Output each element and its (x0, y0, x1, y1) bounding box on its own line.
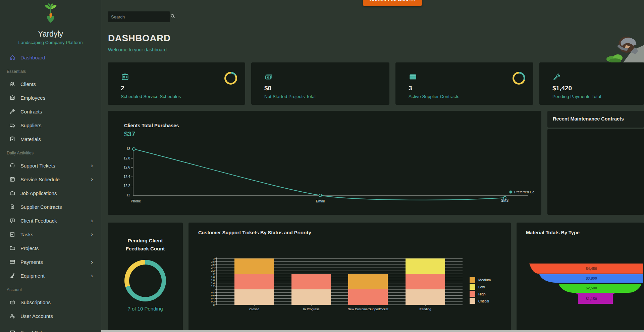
app-logo-icon (38, 3, 64, 26)
svg-text:Phone: Phone (131, 199, 141, 203)
sidebar-item-subscriptions[interactable]: Subscriptions (0, 298, 101, 306)
stat-cards-row: 2 Scheduled Service Schedules $0 Not Sta… (108, 62, 644, 105)
main-content: Unlock Full Access DASHBOARD Welcome to … (101, 0, 644, 332)
task-check-icon (9, 231, 15, 237)
sidebar-item-clients[interactable]: Clients (0, 80, 101, 88)
legend-item: Low (470, 283, 491, 290)
chevron-right-icon: › (91, 259, 93, 265)
chevron-right-icon: › (91, 232, 93, 237)
panel-body-empty (547, 129, 644, 215)
credit-card-icon (9, 259, 15, 265)
charts-row: Clients Total Purchases $37 13 12.8 12.6… (108, 111, 644, 215)
pending-client-feedback-panel: Pending Client Feedback Count 7 of 10 Pe… (108, 223, 183, 332)
legend-label: Preferred Con! (514, 190, 534, 194)
sidebar-nav: Dashboard Essentials Clients Employees C… (0, 53, 101, 332)
user-gear-icon (9, 313, 15, 319)
tools-icon (9, 273, 15, 279)
truck-icon (9, 122, 15, 128)
chevron-right-icon: › (91, 163, 93, 168)
sidebar-item-user-accounts[interactable]: User Accounts (0, 312, 101, 320)
svg-text:2.8: 2.8 (211, 260, 215, 263)
funnel-chart: $4,450 $3,800 $2,500 $1,150 (518, 253, 643, 309)
page-title: DASHBOARD (108, 33, 171, 44)
sidebar-item-equipment[interactable]: Equipment › (0, 271, 101, 280)
folder-icon (9, 245, 15, 251)
svg-text:2.6: 2.6 (211, 263, 215, 266)
stat-value: 3 (409, 85, 533, 92)
search-input[interactable] (111, 14, 170, 19)
svg-text:12.8: 12.8 (124, 156, 130, 160)
sidebar-item-employees[interactable]: Employees (0, 93, 101, 102)
landscaper-mascot-illustration (600, 30, 644, 63)
recent-maintenance-contracts-panel: Recent Maintenance Contracts (547, 111, 644, 215)
sidebar-item-tasks[interactable]: Tasks › (0, 230, 101, 239)
chevron-right-icon: › (91, 177, 93, 182)
sidebar-item-projects[interactable]: Projects (0, 244, 101, 252)
panel-header: Recent Maintenance Contracts (547, 111, 644, 128)
page-subtitle: Welcome to your dashboard (108, 47, 167, 52)
stat-value: 2 (121, 85, 245, 92)
svg-text:$3,800: $3,800 (586, 276, 597, 280)
svg-text:1.8: 1.8 (211, 276, 215, 279)
legend-swatch-low (470, 284, 475, 290)
chevron-right-icon: › (91, 273, 93, 278)
legend-dot (509, 191, 513, 194)
calendar-icon (9, 176, 15, 182)
sidebar-item-materials[interactable]: Materials (0, 135, 101, 143)
home-icon (9, 54, 15, 60)
svg-text:2.2: 2.2 (211, 269, 215, 272)
svg-text:Closed: Closed (249, 307, 259, 311)
section-essentials: Essentials (7, 69, 101, 75)
sidebar-item-service-schedule[interactable]: Service Schedule › (0, 175, 101, 184)
stat-label: Scheduled Service Schedules (121, 94, 245, 99)
horizontal-scrollbar[interactable] (101, 330, 644, 332)
users-icon (9, 81, 15, 87)
svg-text:0.4: 0.4 (211, 297, 215, 300)
svg-text:1: 1 (213, 288, 215, 291)
document-icon (9, 204, 15, 210)
sidebar-item-dashboard[interactable]: Dashboard (0, 53, 101, 62)
id-badge-icon (9, 95, 15, 101)
banknotes-icon (264, 77, 273, 82)
chart-title: Pending Client Feedback Count (108, 237, 183, 253)
svg-text:$4,450: $4,450 (586, 267, 597, 271)
sidebar-item-supplier-contracts[interactable]: Supplier Contracts (0, 202, 101, 211)
donut-caption: 7 of 10 Pending (108, 306, 183, 312)
envelope-icon (9, 329, 15, 332)
stacked-bar-chart: 00.20.40.60.811.21.41.61.822.22.42.62.83… (189, 223, 511, 332)
sidebar-item-contracts[interactable]: Contracts (0, 107, 101, 116)
svg-text:3: 3 (213, 257, 215, 260)
headset-icon (9, 162, 15, 169)
svg-text:1.4: 1.4 (211, 282, 215, 285)
legend-swatch-medium (470, 277, 475, 283)
sidebar-item-suppliers[interactable]: Suppliers (0, 121, 101, 130)
svg-text:$2,500: $2,500 (586, 286, 597, 290)
progress-ring (224, 72, 237, 85)
sidebar-item-job-applications[interactable]: Job Applications (0, 189, 101, 197)
clipboard-check-icon (9, 136, 15, 142)
svg-text:SMS: SMS (501, 198, 509, 202)
wrench-icon (9, 108, 15, 114)
panel-title: Recent Maintenance Contracts (553, 116, 624, 122)
unlock-full-access-button[interactable]: Unlock Full Access (363, 0, 422, 6)
sidebar-item-support-tickets[interactable]: Support Tickets › (0, 161, 101, 170)
stat-card-active-supplier-contracts: 3 Active Supplier Contracts (395, 62, 533, 105)
svg-text:12.6: 12.6 (124, 165, 130, 169)
svg-text:2: 2 (213, 273, 215, 276)
legend-item: High (470, 290, 491, 297)
svg-text:12.4: 12.4 (124, 175, 130, 179)
legend-swatch-critical (470, 298, 475, 304)
svg-text:13: 13 (126, 147, 130, 151)
search-icon[interactable] (170, 13, 175, 20)
sidebar-item-email-setup[interactable]: Email Setup (0, 328, 101, 332)
sidebar-item-client-feedback[interactable]: Client Feedback › (0, 216, 101, 225)
briefcase-icon (9, 190, 15, 196)
legend-item: Critical (470, 297, 491, 304)
sidebar-item-payments[interactable]: Payments › (0, 257, 101, 266)
section-daily-activities: Daily Activities (7, 151, 101, 156)
svg-text:New CustomerSupportTicket: New CustomerSupportTicket (347, 307, 388, 311)
svg-text:Pending: Pending (420, 307, 431, 311)
section-account: Account (7, 287, 101, 293)
subscription-icon (9, 299, 15, 305)
svg-text:1.2: 1.2 (211, 285, 215, 288)
